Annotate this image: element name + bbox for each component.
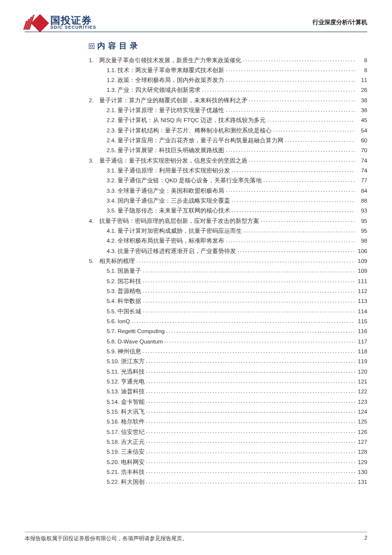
toc-entry[interactable]: 4.3.抗量子密码迁移进程逐渐开启，产业蓄势待发106 [107,247,367,254]
toc-entry[interactable]: 1.2.政策：全球积极布局，国内外政策齐发力11 [107,77,367,84]
toc-entry[interactable]: 1.3.产业：四大研究领域共创新需求26 [107,86,367,93]
toc-entry[interactable]: 3.5.量子隐形传态：未来量子互联网的核心技术93 [107,207,367,214]
toc-entry-text: 量子计算机：从 NISQ 向 FTQC 迈进，技术路线较为多元 [118,117,266,124]
toc-entry-text: 浩丰科技 [121,469,145,475]
toc-entry[interactable]: 5.3.普源精电112 [107,288,367,295]
toc-leader-dots [232,197,355,203]
toc-title-text: 内容目录 [97,41,141,51]
toc-leader-dots [226,237,355,243]
toc-entry[interactable]: 5.8.D-Wave Quantum117 [107,338,367,344]
toc-entry[interactable]: 2.量子计算：算力产业的颠覆式创新，未来科技的锋利之矛38 [89,96,367,103]
toc-entry[interactable]: 5.22.科大国创131 [107,478,367,485]
toc-entry-text: 迪普科技 [121,388,145,395]
toc-entry-text: 量子计算展望：科技巨头明确发展路线图 [118,147,224,154]
toc-entry-text: 量子计算：算力产业的颠覆式创新，未来科技的锋利之矛 [99,97,247,104]
toc-entry[interactable]: 5.5.中国长城114 [107,307,367,314]
toc-entry[interactable]: 1.1.技术：两次量子革命带来颠覆式技术创新8 [107,66,367,73]
toc-entry-page: 109 [356,268,367,274]
toc-leader-dots [143,298,355,303]
toc-leader-dots [143,288,355,294]
toc-entry-text: 普源精电 [118,288,141,295]
toc-entry-number: 1.3. [107,87,116,93]
toc-leader-dots [243,56,355,62]
toc-entry[interactable]: 1.两次量子革命引领技术发展，新质生产力带来政策催化8 [89,56,367,63]
toc-entry-number: 5.10. [107,358,119,365]
toc-entry-text: 相关标的梳理 [99,258,135,264]
toc-title-marker-icon [89,43,94,49]
toc-entry[interactable]: 2.1.量子计算原理：量子比特实现量子优越性38 [107,107,367,114]
toc-entry-text: 亨通光电 [121,379,145,385]
toc-entry[interactable]: 2.5.量子计算展望：科技巨头明确发展路线图70 [107,147,367,154]
toc-entry[interactable]: 5.1.国盾量子109 [107,267,367,274]
toc-entry[interactable]: 5.2.国芯科技111 [107,277,367,284]
toc-leader-dots [143,267,355,273]
toc-entry[interactable]: 5.6.IonQ115 [107,318,367,325]
toc-entry-text: 国内量子通信产业：三步走战略实现全覆盖 [118,198,230,204]
toc-entry[interactable]: 5.相关标的梳理109 [89,257,367,264]
toc-entry[interactable]: 3.量子通信：量子技术实现密钥分发，信息安全的坚固之盾74 [89,157,367,164]
toc-leader-dots [267,117,355,123]
toc-leader-dots [226,187,355,193]
toc-entry-number: 2.2. [107,117,116,124]
toc-entry[interactable]: 2.3.量子计算机结构：量子芯片、稀释制冷机和测控系统是核心54 [107,127,367,133]
toc-entry[interactable]: 5.7.Regetti Computing116 [107,328,367,335]
toc-leader-dots [166,328,355,334]
toc-entry-number: 2.1. [107,107,116,114]
toc-entry-text: 两次量子革命引领技术发展，新质生产力带来政策催化 [99,57,241,64]
toc-entry-page: 77 [356,177,367,184]
toc-entry[interactable]: 5.9.神州信息118 [107,348,367,355]
toc-entry-page: 115 [356,318,367,325]
toc-entry-number: 3.1. [107,168,116,174]
toc-entry[interactable]: 4.1.量子计算对加密构成威胁，抗量子密码应运而生95 [107,227,367,234]
toc-entry-number: 1.2. [107,77,116,84]
toc-entry-number: 5. [89,258,98,264]
toc-entry-page: 84 [356,188,367,194]
toc-entry-page: 120 [356,369,367,375]
toc-entry-page: 128 [356,449,367,455]
footer-copyright: 本报告版权属于国投证券股份有限公司，各项声明请参见报告尾页。 [25,535,188,542]
toc-entry[interactable]: 4.抗量子密码：密码原理的底层创新，应对量子攻击的新型方案95 [89,217,367,224]
toc-entry-number: 5.9. [107,348,116,355]
toc-entry[interactable]: 3.3.全球量子通信产业：美国和欧盟积极布局84 [107,187,367,194]
toc-entry[interactable]: 4.2.全球积极布局抗量子密码，标准即将发布98 [107,237,367,244]
toc-entry[interactable]: 3.4.国内量子通信产业：三步走战略实现全覆盖88 [107,197,367,204]
toc-entry[interactable]: 5.17.信安世纪126 [107,428,367,435]
toc-entry[interactable]: 3.1.量子通信原理：利用量子技术实现密钥分发74 [107,167,367,174]
toc-entry-text: 产业：四大研究领域共创新需求 [118,87,200,93]
toc-entry-number: 5.6. [107,318,116,325]
toc-entry[interactable]: 2.4.量子计算应用：产业百花齐放，量子云平台构筑量超融合算力网60 [107,137,367,144]
toc-entry[interactable]: 5.12.亨通光电121 [107,378,367,385]
toc-entry[interactable]: 5.20.电科网安129 [107,458,367,465]
toc-entry-text: 量子计算机结构：量子芯片、稀释制冷机和测控系统是核心 [118,128,272,134]
logo-mark-icon [25,15,46,30]
toc-entry[interactable]: 5.19.三未信安128 [107,448,367,455]
toc-entry-page: 93 [356,208,367,214]
toc-entry[interactable]: 3.2.量子通信产业链：QKD 是核心设备，关基行业率先落地77 [107,177,367,184]
toc-entry[interactable]: 5.15.科大讯飞124 [107,408,367,415]
toc-entry[interactable]: 5.16.格尔软件125 [107,418,367,425]
toc-entry[interactable]: 5.21.浩丰科技130 [107,468,367,475]
toc-entry-number: 5.1. [107,268,116,274]
toc-entry[interactable]: 5.10.浙江东方119 [107,358,367,365]
toc-entry[interactable]: 5.11.光迅科技120 [107,368,367,375]
toc-entry[interactable]: 2.2.量子计算机：从 NISQ 向 FTQC 迈进，技术路线较为多元45 [107,117,367,124]
toc-entry-page: 106 [356,248,367,255]
toc-entry[interactable]: 5.14.金卡智能123 [107,398,367,405]
toc-entry-text: 神州信息 [118,348,141,355]
toc-entry-number: 5.2. [107,278,116,285]
toc-entry-text: 量子隐形传态：未来量子互联网的核心技术 [118,208,230,214]
toc-entry-number: 5.18. [107,439,119,445]
toc-entry-number: 5.13. [107,388,119,395]
toc-entry-number: 4. [89,218,98,224]
toc-entry-text: 量子通信：量子技术实现密钥分发，信息安全的坚固之盾 [99,158,247,164]
toc-entry[interactable]: 5.18.吉大正元127 [107,438,367,445]
toc-entry-page: 119 [356,358,367,365]
toc-entry[interactable]: 5.13.迪普科技122 [107,388,367,395]
toc-entry-number: 3.5. [107,208,116,214]
toc-leader-dots [263,177,355,183]
toc-entry-page: 26 [356,87,367,93]
toc-entry-number: 2.5. [107,147,116,154]
footer: 本报告版权属于国投证券股份有限公司，各项声明请参见报告尾页。 2 [25,532,367,542]
toc-entry-page: 70 [356,147,367,154]
toc-entry[interactable]: 5.4.科华数据113 [107,298,367,304]
